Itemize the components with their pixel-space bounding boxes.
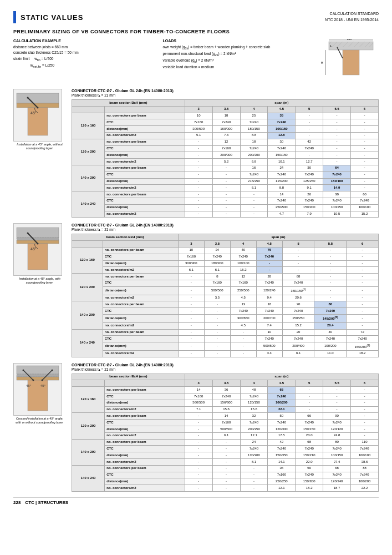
installation-image-2: 45° Installation at a 45° angle, with so…: [13, 223, 66, 357]
span-4: 4: [240, 106, 268, 113]
table-row: no. connectors/m2 6.16.115.2----: [72, 267, 379, 274]
page-brand: CTC | STRUCTURES: [25, 500, 68, 505]
loads-col: LOADS own weight (g1k) = timber beam + w…: [163, 39, 296, 83]
installation-image-1: 45° Installation at a 45° angle, without…: [13, 89, 66, 218]
table-row: distance(mm) ---250/250150/300120/240100…: [72, 478, 379, 485]
page-subtitle: PRELIMINARY SIZING OF VB CONNECTORS FOR …: [13, 29, 379, 34]
table-row: no. connectors/m2 --6.18.89.114.9-: [72, 185, 379, 191]
title-block: STATIC VALUES: [13, 11, 83, 23]
install-caption-1: Installation at a 45° angle, without sou…: [13, 143, 66, 150]
svg-point-39: [52, 369, 53, 371]
table-row: no. connectors/m2 -3.54.59.420.6--: [72, 295, 379, 301]
install-caption-3: Crossed installation at a 45° angle, wit…: [13, 417, 66, 425]
svg-text:45°: 45°: [30, 111, 37, 115]
svg-rect-34: [17, 377, 59, 380]
data-table-2: beam section BxH (mm) span (m) 33.544.55…: [72, 234, 379, 357]
table-row: 140 x 200 no. connectors per beam --1624…: [72, 165, 379, 171]
tables-col-3: CONNECTOR CTC Ø7 - Glulam GL 24h (EN 140…: [72, 363, 379, 492]
table-row: distance(mm) -200/300200/300150/150---: [72, 152, 379, 159]
svg-point-21: [27, 97, 29, 98]
table-row: 120 x 160 no. connectors per beam 101825…: [72, 113, 379, 119]
table-row: 140 x 200 no. connectors per beam --2442…: [72, 439, 379, 446]
tables-col-1: CONNECTOR CTC Ø7 - Glulam GL 24h (EN 140…: [72, 89, 379, 218]
install-diagram-2: 45°: [13, 223, 62, 276]
calc-standard: CALCULATION STANDARD NTC 2018 - UNI EN 1…: [325, 11, 379, 23]
connector-block-1: 45° Installation at a 45° angle, without…: [13, 89, 379, 218]
connector-title-3: CONNECTOR CTC Ø7 - Glulam GL 24h (EN 140…: [72, 363, 379, 367]
cross-section-diagram: 860 H t₁: [312, 39, 379, 83]
span-6: 6: [351, 106, 379, 113]
table-row: distance(mm) -500/500250/500120/240150/1…: [72, 286, 379, 295]
svg-rect-17: [17, 93, 59, 103]
install-diagram-1: 45°: [13, 89, 62, 142]
svg-point-38: [23, 369, 24, 371]
table-row: no. connectors/m2 ---12.115.218.722.2: [72, 485, 379, 492]
svg-point-41: [42, 379, 43, 381]
svg-rect-0: [329, 42, 373, 50]
span-45: 4.5: [268, 106, 296, 113]
connector-block-2: 45° Installation at a 45° angle, with so…: [13, 223, 379, 357]
table-row: distance(mm) --303/650200/700150/250145/…: [72, 314, 379, 322]
table-row: no. connectors/m2 5.17.68.812.8---: [72, 132, 379, 139]
header: STATIC VALUES CALCULATION STANDARD NTC 2…: [13, 11, 379, 23]
installation-image-3: 45° 45° Crossed installation at a 45° an…: [13, 363, 66, 492]
install-caption-2: Installation at a 45° angle, with soundp…: [13, 277, 66, 285]
table-row: CTC --7x2407x2407x2407x240-: [72, 171, 379, 178]
table-row: distance(mm) ---250/500150/300100/250100…: [72, 204, 379, 211]
table-row: 120 x 200 no. connectors per beam -81228…: [72, 274, 379, 280]
calc-example-section: CALCULATION EXAMPLE distance between joi…: [13, 39, 379, 83]
table-row: 140 x 240 no. connectors per beam ---365…: [72, 465, 379, 472]
table-row: CTC -7x1607x2407x2407x2407x240-: [72, 420, 379, 426]
table-row: 120 x 200 no. connectors per beam -12183…: [72, 139, 379, 145]
table-row: 120 x 200 no. connectors per beam -14325…: [72, 413, 379, 420]
table-row: CTC ---7x2407x2407x2407x240: [72, 336, 379, 342]
span-3: 3: [185, 106, 212, 113]
table-row: no. connectors/m2 -6.112.117.520.024.8-: [72, 432, 379, 439]
table-row: distance(mm) -500/500200/350120/300150/1…: [72, 426, 379, 433]
table-row: no. connectors/m2 -5.26.810.112.7--: [72, 159, 379, 165]
data-table-3: beam section BxH (mm) span (m) 33.544.55…: [72, 374, 379, 492]
svg-rect-24: [17, 228, 59, 238]
footer: 228 CTC | STRUCTURES: [13, 497, 379, 505]
table-row: 140 x 240 no. connectors per beam ---142…: [72, 191, 379, 198]
svg-rect-25: [17, 238, 59, 240]
connector-subtitle-3: Plank thickness t₁ = 21 mm: [72, 367, 379, 372]
svg-rect-33: [17, 374, 59, 377]
table-row: distance(mm) 560/500156/300120/150100/20…: [72, 400, 379, 406]
svg-text:860: 860: [347, 39, 352, 41]
svg-point-29: [27, 232, 29, 234]
svg-text:H: H: [321, 61, 323, 64]
table-row: no. connectors/m2 ---3.46.111.018.2: [72, 350, 379, 357]
svg-text:45°: 45°: [40, 384, 46, 387]
blue-bar-decoration: [13, 11, 16, 23]
calc-example-title: CALCULATION EXAMPLE: [13, 39, 146, 43]
table-row: CTC -7x1607x1607x2407x240--: [72, 280, 379, 286]
table-row: distance(mm) 300/300180/300100/100----: [72, 260, 379, 267]
svg-text:45°: 45°: [30, 247, 37, 251]
table-row: distance(mm) --215/350115/200125/250150/…: [72, 178, 379, 185]
svg-rect-1: [343, 50, 359, 75]
table-row: 120 x 160 no. connectors per beam 103440…: [72, 247, 379, 254]
table-row: CTC 7x1607x2407x2407x240---: [72, 119, 379, 126]
connector-subtitle-2: Plank thickness t₁ = 21 mm: [72, 228, 379, 232]
tables-col-2: CONNECTOR CTC Ø7 - Glulam GL 24h (EN 140…: [72, 223, 379, 357]
span-header: span (m): [185, 100, 378, 107]
table-row: CTC -7x1607x2407x2407x240--: [72, 145, 379, 152]
install-diagram-3: 45° 45°: [13, 363, 62, 416]
table-row: no. connectors/m2 ---4.77.910.515.2: [72, 211, 379, 218]
connector-title-2: CONNECTOR CTC Ø7 - Glulam GL 24h (EN 140…: [72, 223, 379, 227]
svg-point-30: [37, 243, 39, 244]
table-row: distance(mm) 300/500160/300180/150100/15…: [72, 126, 379, 133]
span-35: 3.5: [212, 106, 240, 113]
connector-block-3: 45° 45° Crossed installation at a 45° an…: [13, 363, 379, 492]
table-row: 140 x 240 no. connectors per beam ---102…: [72, 329, 379, 336]
table-row: no. connectors/m2 7.115.615.622.1---: [72, 406, 379, 413]
table-row: no. connectors/m2 --4.57.415.226.4-: [72, 322, 379, 329]
connector-title-1: CONNECTOR CTC Ø7 - Glulam GL 24h (EN 140…: [72, 89, 379, 93]
table-row: CTC 7x1607x2407x2407x240---: [72, 254, 379, 260]
svg-point-40: [33, 379, 34, 381]
calc-example-col: CALCULATION EXAMPLE distance between joi…: [13, 39, 146, 83]
page-container: STATIC VALUES CALCULATION STANDARD NTC 2…: [13, 11, 379, 505]
page-number: 228: [13, 500, 21, 505]
table-row: no. connectors/m2 --8.114.122.027.438.6: [72, 459, 379, 466]
